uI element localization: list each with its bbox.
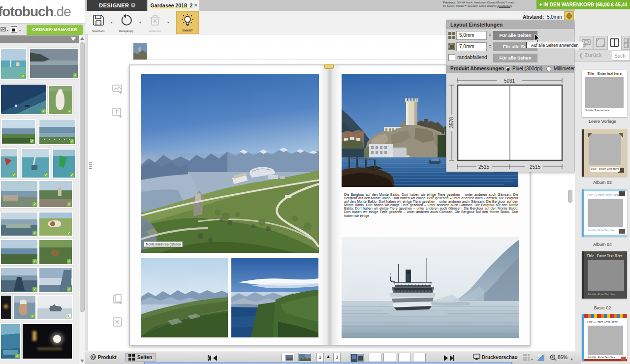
svg-text:2515: 2515: [478, 164, 490, 170]
svg-text:3578: 3578: [449, 117, 454, 128]
svg-text:5031: 5031: [504, 78, 515, 84]
svg-text:2515: 2515: [530, 164, 541, 170]
